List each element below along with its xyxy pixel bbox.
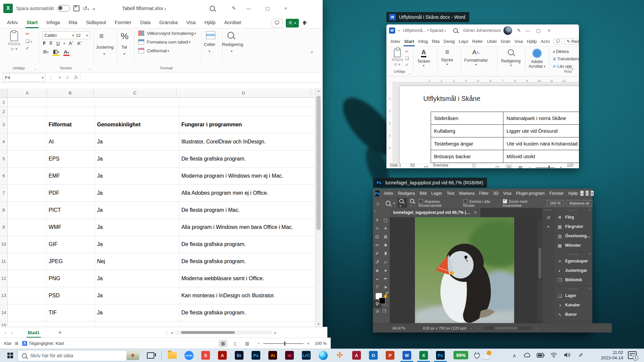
ps-zoom-level[interactable]: 66,67% (392, 326, 406, 330)
worksheet-row[interactable]: 2 (0, 107, 315, 116)
table-cell-description[interactable]: Ligger ute vid Öresund (503, 125, 579, 137)
cell-c[interactable]: Ja (95, 304, 179, 321)
ribbon-tab[interactable]: Start (22, 17, 42, 28)
confirm-entry-icon[interactable]: ✓ (66, 75, 70, 80)
dictate-button[interactable]: ♦ Diktera (553, 49, 569, 54)
row-header[interactable]: 14 (0, 304, 8, 321)
word-clipboard-launcher[interactable]: ⌟ (409, 71, 410, 75)
prev-sheet-arrow[interactable]: ‹ (5, 330, 6, 335)
cell-d[interactable] (179, 98, 315, 107)
move-tool[interactable]: ✛ (373, 216, 381, 224)
column-header[interactable]: A (8, 88, 47, 97)
scroll-down-arrow[interactable]: ▼ (317, 322, 320, 326)
ps-home-icon[interactable]: ⌂ (376, 200, 379, 206)
font-dialog-launcher[interactable]: ⌟ (89, 66, 90, 70)
table-cell-place[interactable]: Kullaberg (431, 125, 503, 137)
word-zoom-slider[interactable] (536, 167, 555, 168)
file-explorer-icon[interactable] (164, 349, 180, 362)
quick-mask-icon[interactable]: ◎ (376, 309, 379, 313)
worksheet-row[interactable]: 3 Filformat Genomskinlighet Fungerar i p… (0, 116, 315, 133)
cell-a[interactable] (8, 107, 47, 116)
panel-tab[interactable]: ▥ Övertoning... (554, 231, 592, 241)
cell-d[interactable]: Alla program i Windows men bara Office i… (179, 219, 315, 236)
ribbon-tab[interactable]: Infoga (42, 17, 64, 28)
word-ribbon-tab[interactable]: Desig (442, 36, 457, 46)
new-sheet-button[interactable]: + (58, 329, 62, 336)
row-header[interactable]: 13 (0, 287, 8, 304)
column-header[interactable]: D (176, 88, 311, 97)
document-table-row[interactable]: Kullaberg Ligger ute vid Öresund (431, 125, 579, 137)
volume-icon[interactable] (564, 352, 571, 358)
panel-tab[interactable]: ❒ Bibliotek (554, 275, 592, 285)
word-paste-button[interactable]: Klistrain ▾ (392, 49, 403, 67)
transcribe-button[interactable]: ≣ Transkribera (553, 57, 579, 61)
minimize-button[interactable]: — (245, 4, 253, 12)
panel-tab[interactable]: ◐ Justeringar (554, 266, 592, 275)
menu-item[interactable]: Plugin-program (514, 191, 547, 196)
task-view-button[interactable] (142, 349, 159, 362)
font-size-select[interactable]: 12▾ (74, 31, 90, 39)
worksheet-row[interactable]: 12 PNG Ja Moderna webbläsare samt i Offi… (0, 270, 315, 287)
zoom-slider-knob[interactable] (284, 342, 285, 346)
undo-icon[interactable]: ↺▾ (83, 5, 89, 12)
format-painter-icon[interactable]: ✐ (25, 46, 29, 51)
cell-d[interactable]: Moderna program i Windows men ej i Mac. (179, 168, 315, 184)
marquee-tool[interactable]: ▢ (381, 216, 390, 224)
row-header[interactable]: 2 (0, 107, 8, 116)
word-pen-mode-icon[interactable]: ✎ (517, 28, 521, 33)
cell-c[interactable]: Ja (95, 270, 179, 287)
type-tool[interactable]: T (373, 283, 381, 291)
editing-dropdown[interactable]: ▾ (231, 49, 232, 53)
panel-tab[interactable]: ▦ Färgrutor (554, 222, 592, 231)
word-ribbon-tab[interactable]: Layo (457, 36, 470, 46)
status-options-arrow[interactable]: › (471, 326, 472, 330)
word-ribbon-tab[interactable]: Utski (485, 36, 499, 46)
cell-a[interactable] (8, 321, 47, 326)
s-app-icon[interactable]: S (197, 349, 214, 362)
eyedropper-tool[interactable]: ✑ (373, 241, 381, 249)
taskbar-search[interactable]: Skriv här för att söka (17, 350, 127, 361)
word-acrobat-group-button[interactable]: Adobe Acrobat ▾ (529, 49, 545, 69)
history-panel-icon[interactable]: ↺ (542, 215, 554, 220)
cell-b[interactable]: PSD (47, 287, 95, 304)
illustrator-icon[interactable]: Ai (264, 349, 281, 362)
cell-d[interactable] (179, 107, 315, 116)
proofing-icon[interactable]: ◫ (424, 165, 428, 168)
read-aloud-button[interactable]: A⁾ Läs upp (553, 64, 572, 69)
clipboard-dialog-launcher[interactable]: ⌟ (34, 66, 36, 70)
vertical-scrollbar[interactable]: ▲ ▼ (315, 88, 322, 326)
canvas-hscroll-thumb[interactable] (494, 327, 518, 329)
cell-b[interactable] (47, 321, 95, 326)
worksheet-row[interactable]: 15 (0, 321, 315, 326)
document-page[interactable]: Utflyktsmål i Skåne Söderåsen Nationalpa… (400, 86, 579, 164)
cell-d[interactable]: De flesta grafiska program. (179, 253, 315, 270)
menu-item[interactable]: Fönster (547, 191, 566, 196)
worksheet-row[interactable]: 11 JPEG Nej De flesta grafiska program. (0, 253, 315, 270)
crop-tool[interactable]: ⊡ (373, 233, 381, 241)
zoom-in-mode-button[interactable]: + (397, 198, 407, 208)
pen-tray-icon[interactable]: ✎ (577, 353, 584, 357)
cell-a[interactable] (8, 253, 47, 270)
table-cell-place[interactable]: Tosteberga ängar (431, 137, 503, 150)
menu-item[interactable]: Filter (477, 191, 491, 196)
fit-window-checkbox[interactable]: Anpassa fönsterstorlek (419, 199, 461, 207)
menu-item[interactable]: 3D (491, 191, 501, 196)
editing-group-button[interactable]: Redigering (222, 42, 243, 47)
cell-d[interactable]: Alla Adobes program men ej i Office. (179, 185, 315, 201)
cell-a[interactable] (8, 236, 47, 253)
word-ribbon-tab[interactable]: Arkiv (388, 36, 402, 46)
photoshop-icon[interactable]: Ps (248, 349, 264, 362)
word-editing-mode-button[interactable]: ✎ Redigering ▾ (564, 38, 579, 45)
row-header[interactable]: 8 (0, 202, 8, 219)
taskbar-separator[interactable] (159, 349, 164, 362)
word-minimize-button[interactable]: — (524, 26, 532, 35)
close-document-icon[interactable]: ✕ (474, 210, 477, 215)
document-tab[interactable]: lunnefagel_lagupplost.psd vid 66,7% (RGB… (390, 208, 480, 217)
gradient-tool[interactable]: ◈ (373, 266, 381, 275)
canvas-vscroll-thumb[interactable] (538, 248, 541, 278)
zoom-slider[interactable] (263, 343, 304, 344)
zoom-tool-option-icon[interactable] (386, 201, 390, 206)
word-zoom-out[interactable]: − (529, 165, 531, 169)
hscroll-right-arrow[interactable]: ▸ (274, 330, 277, 335)
font-name-select[interactable]: Calibri▾ (42, 31, 76, 39)
